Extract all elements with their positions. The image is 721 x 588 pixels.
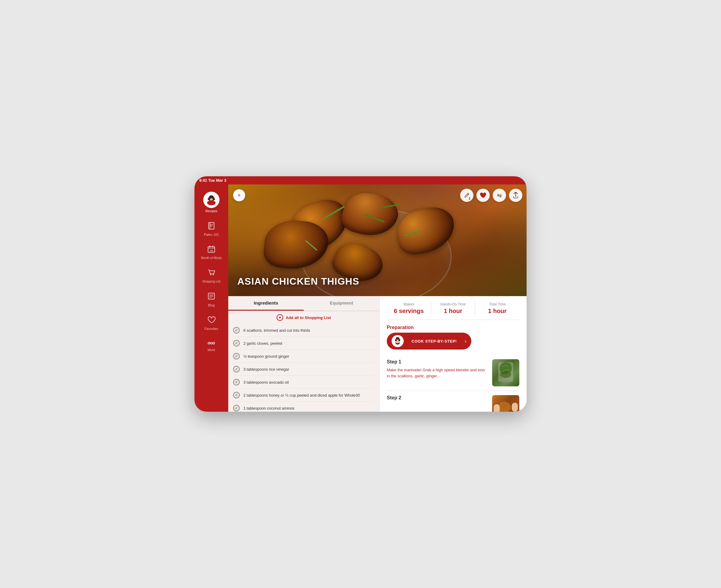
preparation-section: Preparation <box>387 325 519 350</box>
step-2-title: Step 2 <box>387 395 487 401</box>
right-panel: Makes 6 servings Hands-On Time 1 hour To… <box>379 296 527 412</box>
total-time-label: Total Time <box>475 302 519 307</box>
svg-line-29 <box>467 194 468 195</box>
app-container: Recipes Paleo 101 <box>194 185 527 412</box>
status-time: 9:41 <box>199 178 207 183</box>
list-item: ✓ 2 tablespoons honey or ½ cup peeled an… <box>233 389 374 402</box>
check-icon-3[interactable]: ✓ <box>233 353 240 359</box>
list-item: ✓ 1 tablespoon coconut aminos <box>233 402 374 412</box>
list-item: ✓ ½ teaspoon ground ginger <box>233 350 374 363</box>
share-icon <box>513 192 519 198</box>
close-icon: × <box>238 192 241 198</box>
svg-point-21 <box>212 274 214 275</box>
step-2-content: Step 2 <box>387 395 487 403</box>
ingredient-text-5: 3 tablespoons avocado oil <box>243 380 289 384</box>
list-item: ✓ 6 scallions, trimmed and cut into thir… <box>233 324 374 337</box>
cook-step-button[interactable]: Cook Step-by-Step! › <box>387 333 471 350</box>
svg-point-38 <box>500 371 511 378</box>
ingredient-text-2: 2 garlic cloves, peeled <box>243 341 282 345</box>
cook-arrow-icon: › <box>465 338 467 344</box>
svg-point-34 <box>396 340 397 341</box>
step-1-image[interactable] <box>492 359 519 386</box>
check-icon-1[interactable]: ✓ <box>233 327 240 334</box>
sidebar-item-month-of-meals[interactable]: 30 Month of Meals <box>194 240 228 264</box>
check-icon-6[interactable]: ✓ <box>233 392 240 398</box>
edit-button[interactable]: 1 <box>460 189 473 202</box>
ingredient-text-1: 6 scallions, trimmed and cut into thirds <box>243 328 310 333</box>
tab-equipment[interactable]: Equipment <box>304 296 379 311</box>
svg-text:30: 30 <box>210 249 213 252</box>
step-2-image[interactable] <box>492 395 519 412</box>
tabs-row: Ingredients Equipment <box>228 296 379 311</box>
stat-makes: Makes 6 servings <box>387 302 431 315</box>
ingredients-list: ✓ 6 scallions, trimmed and cut into thir… <box>228 324 379 412</box>
step1-svg <box>492 359 519 386</box>
cart-icon <box>207 268 215 279</box>
step-2-img-bg <box>492 395 519 412</box>
close-button[interactable]: × <box>233 189 245 201</box>
avatar-icon <box>203 192 220 208</box>
svg-point-9 <box>212 198 213 199</box>
cook-step-label: Cook Step-by-Step! <box>407 339 462 343</box>
sidebar-label-more: More <box>207 348 215 352</box>
left-panel: Ingredients Equipment + Add all to Shopp… <box>228 296 379 412</box>
recipe-title: ASIAN CHICKEN THIGHS <box>237 276 359 287</box>
list-item: ✓ 3 tablespoons rice vinegar <box>233 363 374 376</box>
svg-point-20 <box>210 274 211 275</box>
sidebar-item-favorites[interactable]: Favorites <box>194 311 228 335</box>
share-button[interactable] <box>509 189 522 202</box>
hero-actions: 1 kg <box>460 189 522 202</box>
svg-point-1 <box>207 201 215 205</box>
unit-toggle-button[interactable]: kg <box>493 189 506 202</box>
svg-point-26 <box>208 342 210 344</box>
check-icon-7[interactable]: ✓ <box>233 405 240 412</box>
sidebar-label-favorites: Favorites <box>204 327 218 331</box>
sidebar-item-blog[interactable]: Blog <box>194 288 228 311</box>
hero-section: × ASIAN CHICKEN THIGHS 1 <box>228 185 527 296</box>
svg-rect-42 <box>494 404 500 412</box>
sidebar-item-paleo101[interactable]: Paleo 101 <box>194 217 228 240</box>
tab-ingredients[interactable]: Ingredients <box>228 296 304 311</box>
device-frame: 9:41 Tue Mar 3 <box>194 176 527 412</box>
heart-icon <box>207 315 215 326</box>
check-icon-4[interactable]: ✓ <box>233 366 240 373</box>
edit-badge: 1 <box>469 197 470 200</box>
stat-hands-on-time: Hands-On Time 1 hour <box>431 302 475 315</box>
sidebar-item-shopping-list[interactable]: Shopping List <box>194 264 228 288</box>
blog-icon <box>207 292 215 302</box>
step-1-img-bg <box>492 359 519 386</box>
heart-filled-icon <box>480 192 487 198</box>
stats-row: Makes 6 servings Hands-On Time 1 hour To… <box>387 301 519 320</box>
check-icon-5[interactable]: ✓ <box>233 379 240 385</box>
ingredient-text-7: 1 tablespoon coconut aminos <box>243 406 294 411</box>
main-content: × ASIAN CHICKEN THIGHS 1 <box>228 185 527 412</box>
sidebar-item-recipes[interactable]: Recipes <box>194 187 228 217</box>
svg-point-35 <box>398 340 399 341</box>
ingredient-text-3: ½ teaspoon ground ginger <box>243 354 289 359</box>
more-icon <box>207 339 215 347</box>
add-all-label: Add all to Shopping List <box>286 315 331 320</box>
makes-value: 6 servings <box>387 308 431 315</box>
sidebar-label-month-of-meals: Month of Meals <box>201 256 222 260</box>
step-1-text: Make the marinade! Grab a high speed ble… <box>387 367 487 379</box>
check-icon-2[interactable]: ✓ <box>233 340 240 346</box>
add-icon: + <box>276 314 283 321</box>
svg-rect-39 <box>501 380 510 383</box>
cook-avatar <box>392 335 404 347</box>
add-all-button[interactable]: + Add all to Shopping List <box>228 311 379 324</box>
sidebar-item-more[interactable]: More <box>194 335 228 356</box>
list-item: ✓ 2 garlic cloves, peeled <box>233 337 374 350</box>
step2-svg <box>492 395 519 412</box>
step-1-block: Step 1 Make the marinade! Grab a high sp… <box>387 355 519 391</box>
book-icon <box>207 221 215 232</box>
sidebar-label-shopping-list: Shopping List <box>202 280 221 284</box>
makes-label: Makes <box>387 302 431 307</box>
favorite-button[interactable] <box>476 189 490 202</box>
step-1-title: Step 1 <box>387 359 487 365</box>
preparation-label: Preparation <box>387 325 519 330</box>
svg-point-6 <box>208 198 209 200</box>
step-2-block: Step 2 <box>387 391 519 412</box>
svg-point-28 <box>213 342 215 344</box>
status-date: Tue Mar 3 <box>208 178 226 183</box>
hands-on-label: Hands-On Time <box>431 302 475 307</box>
